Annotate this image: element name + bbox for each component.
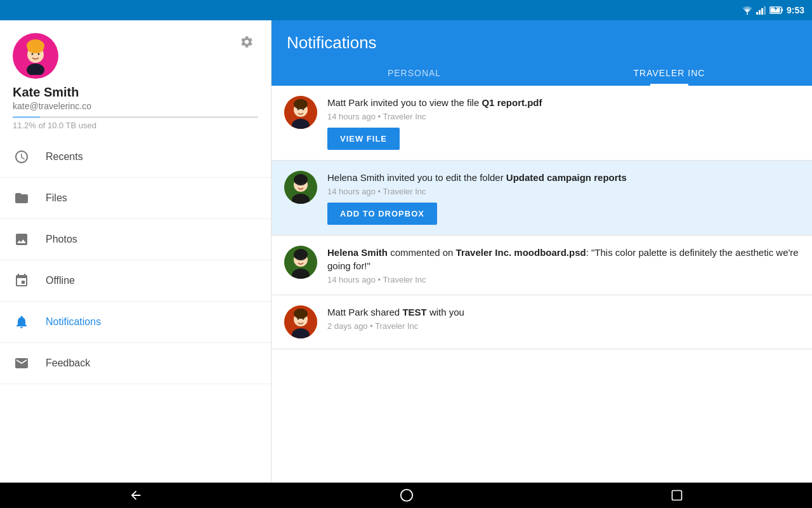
- feedback-label: Feedback: [46, 358, 90, 369]
- folder-icon: [13, 189, 30, 207]
- svg-point-26: [303, 184, 304, 185]
- svg-rect-6: [782, 9, 783, 11]
- notif-text-4: Matt Park shared TEST with you: [327, 305, 799, 319]
- sidebar-item-offline[interactable]: Offline: [0, 260, 271, 302]
- sidebar-item-feedback[interactable]: Feedback: [0, 343, 271, 384]
- svg-point-20: [303, 109, 304, 110]
- mail-icon: [13, 354, 30, 372]
- sidebar-item-files[interactable]: Files: [0, 178, 271, 219]
- svg-point-36: [294, 309, 308, 319]
- notif-text-1: Matt Park invited you to view the file Q…: [327, 96, 799, 109]
- svg-rect-40: [672, 491, 682, 500]
- status-icons: 9:53: [742, 5, 804, 15]
- notif-text-3: Helena Smith commented on Traveler Inc. …: [327, 246, 799, 272]
- bell-icon: [13, 313, 30, 331]
- notif-body-2: Helena Smith invited you to edit the fol…: [327, 171, 799, 225]
- signal-icon: [756, 6, 766, 15]
- svg-point-32: [303, 258, 304, 260]
- notif-action-1: VIEW FILE: [327, 128, 799, 150]
- svg-point-30: [294, 249, 308, 260]
- notif-meta-3: 14 hours ago • Traveler Inc: [327, 275, 799, 284]
- user-email: kate@travelerinc.co: [13, 101, 258, 111]
- svg-point-31: [298, 258, 299, 260]
- svg-point-11: [27, 43, 44, 53]
- battery-icon: [769, 6, 783, 15]
- notification-3: Helena Smith commented on Traveler Inc. …: [272, 236, 812, 295]
- notifications-list: Matt Park invited you to view the file Q…: [272, 86, 812, 483]
- avatar: [13, 33, 58, 79]
- page-title: Notifications: [287, 33, 797, 53]
- view-file-button[interactable]: VIEW FILE: [327, 128, 400, 150]
- top-bar: Notifications PERSONAL TRAVELER INC: [272, 20, 812, 86]
- svg-point-24: [294, 174, 308, 185]
- files-label: Files: [46, 192, 67, 204]
- notif-body-4: Matt Park shared TEST with you 2 days ag…: [327, 305, 799, 331]
- svg-point-19: [298, 109, 299, 110]
- sidebar-header: Kate Smith kate@travelerinc.co 11.2% of …: [0, 20, 271, 137]
- notif-action-2: ADD TO DROPBOX: [327, 203, 799, 225]
- photo-icon: [13, 231, 30, 248]
- notif-avatar-2: [284, 171, 317, 204]
- status-time: 9:53: [787, 5, 804, 15]
- notif-text-2: Helena Smith invited you to edit the fol…: [327, 171, 799, 184]
- svg-rect-4: [764, 6, 766, 15]
- add-to-dropbox-button[interactable]: ADD TO DROPBOX: [327, 203, 437, 225]
- svg-rect-2: [759, 10, 761, 15]
- notification-2: Helena Smith invited you to edit the fol…: [272, 161, 812, 236]
- recents-button[interactable]: [671, 489, 683, 502]
- storage-text: 11.2% of 10.0 TB used: [13, 121, 258, 130]
- tab-personal[interactable]: PERSONAL: [287, 60, 542, 86]
- notif-meta-4: 2 days ago • Traveler Inc: [327, 321, 799, 331]
- notification-1: Matt Park invited you to view the file Q…: [272, 86, 812, 161]
- settings-button[interactable]: [235, 30, 258, 53]
- user-name: Kate Smith: [13, 85, 258, 100]
- svg-point-18: [294, 99, 308, 109]
- notif-meta-2: 14 hours ago • Traveler Inc: [327, 187, 799, 196]
- back-button[interactable]: [129, 488, 143, 502]
- nav-bar: [0, 483, 812, 508]
- sidebar-item-photos[interactable]: Photos: [0, 219, 271, 260]
- svg-point-13: [32, 53, 34, 55]
- storage-bar: 11.2% of 10.0 TB used: [13, 116, 258, 130]
- svg-point-0: [747, 13, 748, 15]
- notif-body-3: Helena Smith commented on Traveler Inc. …: [327, 246, 799, 284]
- offline-label: Offline: [46, 275, 75, 286]
- notif-avatar-4: [284, 305, 317, 338]
- wifi-icon: [742, 6, 753, 15]
- tabs: PERSONAL TRAVELER INC: [287, 60, 797, 86]
- svg-rect-1: [756, 12, 758, 15]
- notification-4: Matt Park shared TEST with you 2 days ag…: [272, 295, 812, 349]
- sidebar-item-recents[interactable]: Recents: [0, 137, 271, 178]
- notif-avatar-3: [284, 246, 317, 279]
- status-bar: 9:53: [0, 0, 812, 20]
- main-content: Notifications PERSONAL TRAVELER INC: [272, 20, 812, 483]
- photos-label: Photos: [46, 234, 77, 245]
- sidebar: Kate Smith kate@travelerinc.co 11.2% of …: [0, 20, 272, 483]
- svg-point-38: [303, 318, 304, 320]
- notif-body-1: Matt Park invited you to view the file Q…: [327, 96, 799, 150]
- svg-point-14: [38, 53, 40, 55]
- storage-fill: [13, 116, 40, 118]
- offline-icon: [13, 272, 30, 290]
- recents-label: Recents: [46, 151, 83, 163]
- notif-avatar-1: [284, 96, 317, 129]
- notifications-label: Notifications: [46, 316, 101, 328]
- tab-traveler-inc[interactable]: TRAVELER INC: [542, 60, 797, 86]
- svg-point-37: [298, 318, 299, 320]
- clock-icon: [13, 148, 30, 166]
- home-button[interactable]: [400, 488, 414, 502]
- notif-meta-1: 14 hours ago • Traveler Inc: [327, 112, 799, 121]
- sidebar-item-notifications[interactable]: Notifications: [0, 302, 271, 343]
- svg-point-25: [298, 184, 299, 185]
- svg-rect-3: [761, 8, 763, 15]
- svg-point-39: [401, 490, 412, 501]
